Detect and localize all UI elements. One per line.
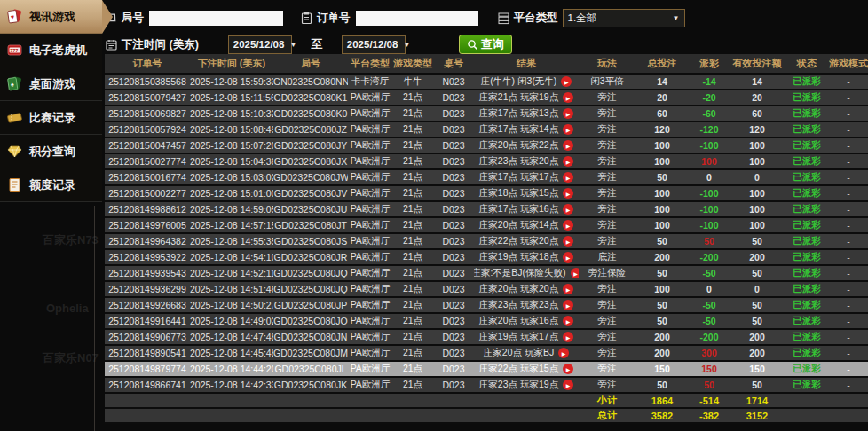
table-row[interactable]: 2512081503855682025-12-08 15:59:33GN0232… bbox=[105, 74, 868, 90]
table-row[interactable]: 2512081498667412025-12-08 14:42:33GD0232… bbox=[105, 377, 868, 393]
cell-payout: -100 bbox=[689, 185, 730, 201]
replay-play-icon[interactable]: ▶ bbox=[563, 252, 573, 263]
table-row[interactable]: 2512081499395432025-12-08 14:52:11GD0232… bbox=[105, 265, 868, 281]
cell-round-no: GD02325C080JL bbox=[273, 361, 348, 377]
cell-game-type: 牛牛 bbox=[392, 74, 433, 90]
table-row[interactable]: 2512081500698272025-12-08 15:10:32GD0232… bbox=[105, 106, 868, 121]
sidebar-item-table-games[interactable]: ♠ 桌面游戏 bbox=[0, 67, 102, 101]
cell-game-mode: - bbox=[829, 137, 868, 153]
cell-round-no: GD02325C080JU bbox=[273, 201, 348, 217]
cell-valid-bet: 120 bbox=[730, 121, 785, 137]
table-row[interactable]: 2512081500167742025-12-08 15:03:02GD0232… bbox=[105, 169, 868, 185]
table-row[interactable]: 2512081500474572025-12-08 15:07:20GD0232… bbox=[105, 137, 868, 153]
replay-play-icon[interactable]: ▶ bbox=[563, 92, 573, 103]
cell-status: 已派彩 bbox=[785, 361, 829, 377]
order-no-input[interactable] bbox=[355, 10, 479, 27]
table-row[interactable]: 2512081499266832025-12-08 14:50:27GD0232… bbox=[105, 297, 868, 313]
replay-play-icon[interactable]: ▶ bbox=[558, 348, 569, 358]
cell-table-no: D023 bbox=[433, 345, 474, 361]
cell-game-type: 21点 bbox=[392, 329, 433, 345]
replay-play-icon[interactable]: ▶ bbox=[563, 124, 573, 135]
table-row[interactable]: 2512081499362992025-12-08 14:51:46GD0232… bbox=[105, 281, 868, 297]
cell-valid-bet: 200 bbox=[730, 249, 785, 265]
cell-status: 已派彩 bbox=[785, 377, 829, 393]
cell-valid-bet: 100 bbox=[730, 201, 785, 217]
cell-status: 已派彩 bbox=[785, 233, 829, 249]
replay-play-icon[interactable]: ▶ bbox=[563, 316, 573, 326]
replay-play-icon[interactable]: ▶ bbox=[563, 172, 573, 183]
cell-result: 庄家20点 玩家22点▶ bbox=[474, 137, 579, 153]
table-row[interactable]: 2512081499886122025-12-08 14:59:05GD0232… bbox=[105, 201, 868, 217]
cell-order-no: 251208149939543 bbox=[105, 265, 190, 281]
table-row[interactable]: 2512081498797742025-12-08 14:44:20GD0232… bbox=[105, 361, 868, 377]
date-to-select[interactable]: 2025/12/08 ▼ bbox=[342, 35, 406, 54]
table-row[interactable]: 2512081499067732025-12-08 14:47:48GD0232… bbox=[105, 329, 868, 345]
cell-play-type: 旁注 bbox=[579, 153, 635, 169]
platform-type-select[interactable]: 1.全部 ▼ bbox=[563, 9, 685, 27]
table-row[interactable]: 2512081500794272025-12-08 15:11:56GD0232… bbox=[105, 90, 868, 106]
cell-result: 庄家22点 玩家20点▶ bbox=[474, 233, 579, 249]
replay-play-icon[interactable]: ▶ bbox=[571, 268, 579, 278]
replay-play-icon[interactable]: ▶ bbox=[561, 76, 572, 87]
table-row[interactable]: 2512081500277742025-12-08 15:04:36GD0232… bbox=[105, 153, 868, 169]
replay-play-icon[interactable]: ▶ bbox=[563, 364, 573, 374]
grand-total-spacer bbox=[105, 408, 579, 423]
replay-play-icon[interactable]: ▶ bbox=[563, 220, 573, 231]
cell-game-mode: - bbox=[829, 169, 868, 185]
replay-play-icon[interactable]: ▶ bbox=[563, 140, 573, 151]
cell-round-no: GD02325C080JV bbox=[273, 185, 348, 201]
replay-play-icon[interactable]: ▶ bbox=[563, 380, 573, 390]
replay-play-icon[interactable]: ▶ bbox=[563, 236, 573, 247]
sidebar-item-match-record[interactable]: 比赛记录 bbox=[0, 101, 102, 135]
header-table-no: 桌号 bbox=[433, 54, 474, 74]
cell-play-type: 旁注 bbox=[579, 377, 635, 393]
cell-play-type: 底注 bbox=[579, 249, 635, 265]
table-row[interactable]: 2512081499643822025-12-08 14:55:35GD0232… bbox=[105, 233, 868, 249]
round-no-input[interactable] bbox=[148, 10, 284, 27]
cell-result: 庄家19点 玩家17点▶ bbox=[474, 329, 579, 345]
replay-play-icon[interactable]: ▶ bbox=[563, 156, 573, 167]
replay-play-icon[interactable]: ▶ bbox=[563, 332, 573, 342]
cell-total-bet: 150 bbox=[635, 361, 689, 377]
table-row[interactable]: 2512081500579242025-12-08 15:08:49GD0232… bbox=[105, 121, 868, 137]
cell-total-bet: 200 bbox=[635, 329, 689, 345]
table-row[interactable]: 2512081499164412025-12-08 14:49:02GD0232… bbox=[105, 313, 868, 329]
replay-play-icon[interactable]: ▶ bbox=[563, 188, 573, 199]
table-row[interactable]: 2512081498905412025-12-08 14:45:48GD0232… bbox=[105, 345, 868, 361]
cell-order-no: 251208149936299 bbox=[105, 281, 190, 297]
replay-play-icon[interactable]: ▶ bbox=[563, 204, 573, 215]
cell-valid-bet: 50 bbox=[730, 377, 785, 393]
sidebar-item-points-query[interactable]: 积分查询 bbox=[0, 135, 102, 168]
search-button[interactable]: 查询 bbox=[459, 35, 512, 54]
cell-result: 庄家20点 玩家16点▶ bbox=[474, 313, 579, 329]
cell-play-type: 旁注 bbox=[579, 329, 635, 345]
table-row[interactable]: 2512081499539222025-12-08 14:54:10GD0232… bbox=[105, 249, 868, 265]
date-from-select[interactable]: 2025/12/08 ▼ bbox=[228, 35, 292, 54]
cell-play-type: 旁注 bbox=[579, 281, 635, 297]
cell-payout: -14 bbox=[689, 74, 730, 90]
cell-total-bet: 50 bbox=[635, 377, 689, 393]
sidebar-item-quota-record[interactable]: 额度记录 bbox=[0, 168, 102, 202]
replay-play-icon[interactable]: ▶ bbox=[563, 300, 573, 310]
table-row[interactable]: 2512081499760052025-12-08 14:57:15GD0232… bbox=[105, 217, 868, 233]
header-payout: 派彩 bbox=[689, 54, 730, 74]
cell-game-mode: - bbox=[829, 345, 868, 361]
header-valid-bet: 有效投注额 bbox=[730, 54, 785, 74]
cell-order-no: 251208149988612 bbox=[105, 201, 190, 217]
sidebar-item-video-games[interactable]: ♥ 视讯游戏 bbox=[0, 0, 102, 34]
diamond-icon bbox=[5, 143, 23, 161]
cell-result: 庄家19点 玩家18点▶ bbox=[474, 249, 579, 265]
cell-payout: -50 bbox=[689, 265, 730, 281]
sidebar-item-slots[interactable]: 777 电子老虎机 bbox=[0, 34, 102, 67]
replay-play-icon[interactable]: ▶ bbox=[563, 284, 573, 294]
cell-total-bet: 50 bbox=[635, 233, 689, 249]
cell-order-no: 251208149879774 bbox=[105, 361, 190, 377]
table-row[interactable]: 2512081500022772025-12-08 15:01:00GD0232… bbox=[105, 185, 868, 201]
magnifier-icon bbox=[467, 39, 478, 51]
replay-play-icon[interactable]: ▶ bbox=[563, 108, 573, 119]
cell-bet-time: 2025-12-08 15:08:49 bbox=[190, 121, 273, 137]
cell-game-type: 21点 bbox=[392, 153, 433, 169]
result-text: 庄家20点 玩家22点 bbox=[479, 139, 558, 152]
subtotal-row: 小计 1864 -514 1714 bbox=[105, 393, 868, 408]
cell-table-no: D023 bbox=[433, 137, 474, 153]
